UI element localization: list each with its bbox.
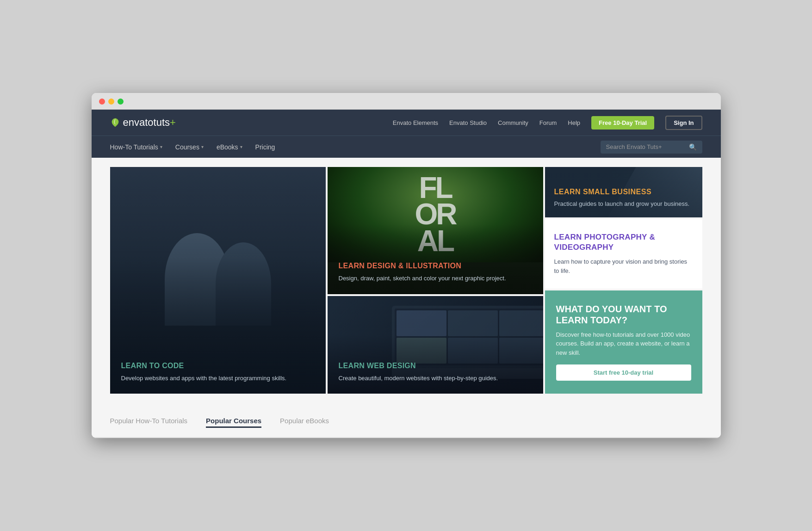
tab-popular-courses[interactable]: Popular Courses (206, 417, 261, 428)
card-learn-webdesign[interactable]: LEARN WEB DESIGN Create beautiful, moder… (328, 296, 543, 394)
webdesign-card-title: LEARN WEB DESIGN (339, 362, 532, 370)
chevron-down-icon: ▾ (160, 144, 162, 149)
sb-text: LEARN SMALL BUSINESS Practical guides to… (545, 179, 702, 217)
cta-description: Discover free how-to tutorials and over … (556, 330, 691, 358)
logo-plus: + (170, 117, 176, 128)
browser-dots (99, 99, 713, 105)
card-photography[interactable]: LEARN PHOTOGRAPHY & VIDEOGRAPHY Learn ho… (545, 219, 702, 288)
nav-link-envato-studio[interactable]: Envato Studio (449, 119, 487, 126)
browser-chrome (92, 93, 721, 110)
nav-link-envato-elements[interactable]: Envato Elements (393, 119, 438, 126)
logo-text: envatotuts+ (123, 117, 176, 129)
main-content: LEARN TO CODE Develop websites and apps … (92, 158, 721, 408)
tab-popular-how-to[interactable]: Popular How-To Tutorials (110, 417, 188, 428)
nav-link-forum[interactable]: Forum (539, 119, 557, 126)
cta-title: WHAT DO YOU WANT TO LEARN TODAY? (556, 303, 691, 326)
code-gradient-overlay (110, 167, 326, 394)
photo-card-title: LEARN PHOTOGRAPHY & VIDEOGRAPHY (554, 232, 693, 253)
center-panels: FLORAL LEARN DESIGN & ILLUSTRATION Desig… (328, 167, 543, 394)
nav-courses[interactable]: Courses ▾ (175, 143, 204, 151)
logo-tuts: tuts (154, 117, 170, 128)
tabs-section: Popular How-To Tutorials Popular Courses… (92, 408, 721, 438)
nav-ebooks[interactable]: eBooks ▾ (217, 143, 242, 151)
dot-yellow[interactable] (108, 99, 114, 105)
nav-link-community[interactable]: Community (498, 119, 528, 126)
navbar-top: envatotuts+ Envato Elements Envato Studi… (92, 110, 721, 136)
sign-in-button[interactable]: Sign In (665, 116, 702, 130)
chevron-down-icon: ▾ (240, 144, 242, 149)
logo: envatotuts+ (110, 117, 176, 129)
tab-popular-ebooks[interactable]: Popular eBooks (280, 417, 329, 428)
logo-envato: envato (123, 117, 154, 128)
code-card-title: LEARN TO CODE (121, 362, 315, 370)
sb-card-desc: Practical guides to launch and grow your… (554, 200, 693, 208)
nav-links-top: Envato Elements Envato Studio Community … (393, 116, 702, 130)
chevron-down-icon: ▾ (201, 144, 204, 149)
dot-red[interactable] (99, 99, 105, 105)
logo-leaf-icon (110, 117, 120, 128)
search-input[interactable] (606, 143, 685, 150)
nav-pricing[interactable]: Pricing (255, 143, 275, 151)
nav-secondary-links: How-To Tutorials ▾ Courses ▾ eBooks ▾ Pr… (110, 143, 275, 151)
search-bar[interactable]: 🔍 (601, 141, 702, 154)
cta-trial-button[interactable]: Start free 10-day trial (556, 364, 691, 381)
free-trial-button[interactable]: Free 10-Day Trial (591, 116, 654, 130)
nav-how-to-tutorials[interactable]: How-To Tutorials ▾ (110, 143, 162, 151)
nav-link-help[interactable]: Help (568, 119, 580, 126)
card-small-business[interactable]: LEARN SMALL BUSINESS Practical guides to… (545, 167, 702, 217)
hero-grid: LEARN TO CODE Develop websites and apps … (110, 167, 702, 394)
right-column: LEARN SMALL BUSINESS Practical guides to… (545, 167, 702, 394)
sb-card-title: LEARN SMALL BUSINESS (554, 188, 693, 196)
design-card-title: LEARN DESIGN & ILLUSTRATION (339, 262, 532, 270)
browser-window: envatotuts+ Envato Elements Envato Studi… (92, 93, 721, 438)
card-learn-code[interactable]: LEARN TO CODE Develop websites and apps … (110, 167, 326, 394)
design-card-desc: Design, draw, paint, sketch and color yo… (339, 274, 532, 283)
cta-card: WHAT DO YOU WANT TO LEARN TODAY? Discove… (545, 290, 702, 394)
photo-card-desc: Learn how to capture your vision and bri… (554, 257, 693, 275)
design-card-label: LEARN DESIGN & ILLUSTRATION Design, draw… (339, 262, 532, 283)
webdesign-card-desc: Create beautiful, modern websites with s… (339, 374, 532, 383)
code-card-label: LEARN TO CODE Develop websites and apps … (121, 362, 315, 383)
search-icon: 🔍 (689, 143, 697, 151)
webdesign-card-label: LEARN WEB DESIGN Create beautiful, moder… (339, 362, 532, 383)
navbar-secondary: How-To Tutorials ▾ Courses ▾ eBooks ▾ Pr… (92, 136, 721, 158)
dot-green[interactable] (118, 99, 124, 105)
code-card-desc: Develop websites and apps with the lates… (121, 374, 315, 383)
card-learn-design[interactable]: FLORAL LEARN DESIGN & ILLUSTRATION Desig… (328, 167, 543, 294)
